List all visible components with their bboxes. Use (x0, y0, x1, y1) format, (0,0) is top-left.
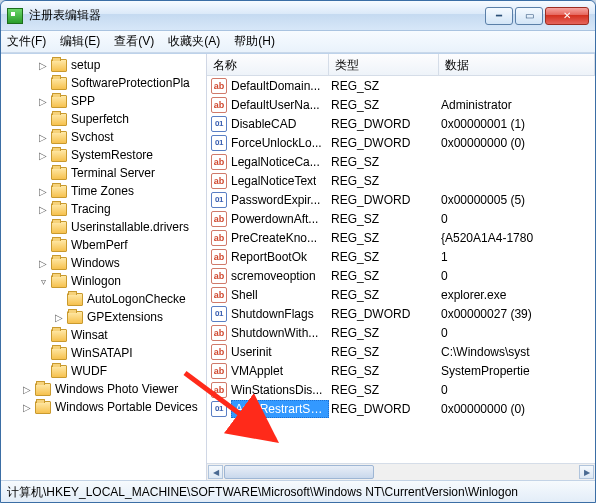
expand-icon[interactable]: ▷ (37, 96, 49, 107)
maximize-button[interactable]: ▭ (515, 7, 543, 25)
value-row[interactable]: PasswordExpir...REG_DWORD0x00000005 (5) (207, 190, 595, 209)
value-name: AutoRestrartSh... (231, 400, 329, 418)
tree-node[interactable]: ▷Windows Photo Viewer (3, 380, 206, 398)
value-data: 0 (439, 326, 595, 340)
expand-icon[interactable]: ▷ (21, 384, 33, 395)
tree-label: setup (71, 58, 100, 72)
value-type: REG_DWORD (329, 136, 439, 150)
scroll-left-arrow[interactable]: ◀ (208, 465, 223, 479)
expand-icon[interactable]: ▷ (37, 204, 49, 215)
tree-node[interactable]: ▷Svchost (3, 128, 206, 146)
menu-help[interactable]: 帮助(H) (234, 33, 275, 50)
folder-icon (67, 293, 83, 306)
tree-node[interactable]: ▷GPExtensions (3, 308, 206, 326)
value-row[interactable]: LegalNoticeTextREG_SZ (207, 171, 595, 190)
tree-label: SystemRestore (71, 148, 153, 162)
tree-pane[interactable]: ▷setupSoftwareProtectionPla▷SPPSuperfetc… (1, 54, 207, 480)
value-type: REG_SZ (329, 345, 439, 359)
value-type: REG_DWORD (329, 402, 439, 416)
folder-icon (51, 275, 67, 288)
value-data: {A520A1A4-1780 (439, 231, 595, 245)
tree-label: Winsat (71, 328, 108, 342)
col-name[interactable]: 名称 (207, 54, 329, 75)
value-row[interactable]: ShutdownFlagsREG_DWORD0x00000027 (39) (207, 304, 595, 323)
tree-node[interactable]: Terminal Server (3, 164, 206, 182)
value-name: LegalNoticeCa... (231, 155, 320, 169)
expand-icon[interactable]: ▷ (21, 402, 33, 413)
col-data[interactable]: 数据 (439, 54, 595, 75)
value-data: 1 (439, 250, 595, 264)
expand-icon[interactable]: ▷ (37, 186, 49, 197)
menu-edit[interactable]: 编辑(E) (60, 33, 100, 50)
tree-node[interactable]: ▷Tracing (3, 200, 206, 218)
menu-view[interactable]: 查看(V) (114, 33, 154, 50)
tree-label: WUDF (71, 364, 107, 378)
tree-node[interactable]: ▿Winlogon (3, 272, 206, 290)
list-header: 名称 类型 数据 (207, 54, 595, 76)
tree-node[interactable]: WUDF (3, 362, 206, 380)
value-row[interactable]: DisableCADREG_DWORD0x00000001 (1) (207, 114, 595, 133)
close-button[interactable]: ✕ (545, 7, 589, 25)
tree-node[interactable]: AutoLogonChecke (3, 290, 206, 308)
list-rows[interactable]: DefaultDomain...REG_SZDefaultUserNa...RE… (207, 76, 595, 463)
tree-node[interactable]: ▷SPP (3, 92, 206, 110)
value-name: PasswordExpir... (231, 193, 320, 207)
tree-node[interactable]: ▷Windows (3, 254, 206, 272)
value-row[interactable]: WinStationsDis...REG_SZ0 (207, 380, 595, 399)
scroll-thumb[interactable] (224, 465, 374, 479)
col-type[interactable]: 类型 (329, 54, 439, 75)
expand-icon[interactable]: ▿ (37, 276, 49, 287)
tree-node[interactable]: WbemPerf (3, 236, 206, 254)
folder-icon (51, 77, 67, 90)
value-row[interactable]: ShellREG_SZexplorer.exe (207, 285, 595, 304)
expand-icon[interactable]: ▷ (37, 150, 49, 161)
value-row[interactable]: UserinitREG_SZC:\Windows\syst (207, 342, 595, 361)
expand-icon[interactable]: ▷ (37, 258, 49, 269)
string-value-icon (211, 325, 227, 341)
menu-file[interactable]: 文件(F) (7, 33, 46, 50)
value-name: LegalNoticeText (231, 174, 316, 188)
tree-node[interactable]: Superfetch (3, 110, 206, 128)
tree-node[interactable]: ▷setup (3, 56, 206, 74)
string-value-icon (211, 211, 227, 227)
expand-icon[interactable]: ▷ (37, 60, 49, 71)
value-data: C:\Windows\syst (439, 345, 595, 359)
expand-icon[interactable]: ▷ (53, 312, 65, 323)
value-row[interactable]: PreCreateKno...REG_SZ{A520A1A4-1780 (207, 228, 595, 247)
menu-favorites[interactable]: 收藏夹(A) (168, 33, 220, 50)
value-row[interactable]: DefaultDomain...REG_SZ (207, 76, 595, 95)
dword-value-icon (211, 306, 227, 322)
tree-label: AutoLogonChecke (87, 292, 186, 306)
tree-label: SPP (71, 94, 95, 108)
scroll-right-arrow[interactable]: ▶ (579, 465, 594, 479)
value-row[interactable]: LegalNoticeCa...REG_SZ (207, 152, 595, 171)
value-name: Shell (231, 288, 258, 302)
tree-node[interactable]: ▷SystemRestore (3, 146, 206, 164)
value-row[interactable]: ShutdownWith...REG_SZ0 (207, 323, 595, 342)
value-row[interactable]: AutoRestrartSh...REG_DWORD0x00000000 (0) (207, 399, 595, 418)
value-row[interactable]: ReportBootOkREG_SZ1 (207, 247, 595, 266)
value-row[interactable]: PowerdownAft...REG_SZ0 (207, 209, 595, 228)
value-name: ReportBootOk (231, 250, 307, 264)
tree-node[interactable]: WinSATAPI (3, 344, 206, 362)
minimize-button[interactable]: ━ (485, 7, 513, 25)
tree-node[interactable]: ▷Windows Portable Devices (3, 398, 206, 416)
tree-node[interactable]: Userinstallable.drivers (3, 218, 206, 236)
value-row[interactable]: ForceUnlockLo...REG_DWORD0x00000000 (0) (207, 133, 595, 152)
expand-icon[interactable]: ▷ (37, 132, 49, 143)
value-data: 0x00000027 (39) (439, 307, 595, 321)
value-type: REG_DWORD (329, 117, 439, 131)
tree-node[interactable]: ▷Time Zones (3, 182, 206, 200)
tree-node[interactable]: Winsat (3, 326, 206, 344)
tree-label: Userinstallable.drivers (71, 220, 189, 234)
tree-label: Svchost (71, 130, 114, 144)
value-row[interactable]: scremoveoptionREG_SZ0 (207, 266, 595, 285)
value-data: 0 (439, 269, 595, 283)
value-row[interactable]: VMAppletREG_SZSystemPropertie (207, 361, 595, 380)
value-name: PowerdownAft... (231, 212, 318, 226)
value-row[interactable]: DefaultUserNa...REG_SZAdministrator (207, 95, 595, 114)
value-type: REG_DWORD (329, 307, 439, 321)
horizontal-scrollbar[interactable]: ◀ ▶ (207, 463, 595, 480)
titlebar[interactable]: 注册表编辑器 ━ ▭ ✕ (1, 1, 595, 31)
tree-node[interactable]: SoftwareProtectionPla (3, 74, 206, 92)
